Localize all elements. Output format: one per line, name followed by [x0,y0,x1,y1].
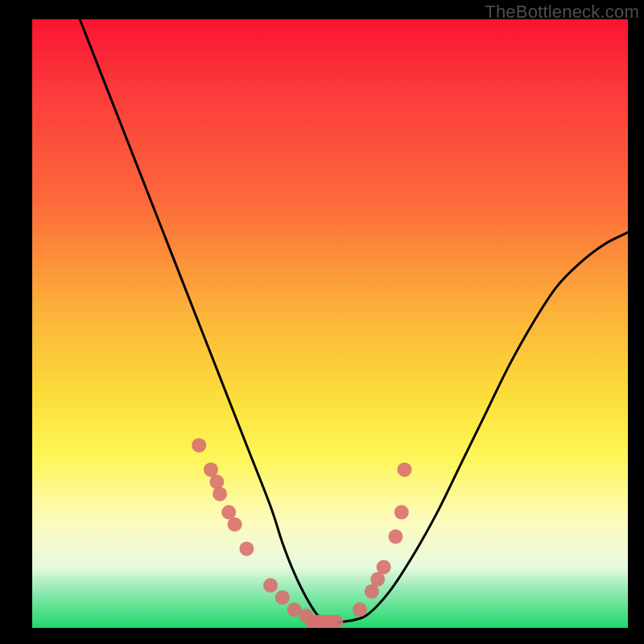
chart-svg [32,19,628,628]
sample-point [275,590,290,605]
sample-point [394,505,409,519]
sample-point [213,487,227,502]
sample-point [263,578,278,592]
sample-point [209,475,224,489]
points-layer [192,438,411,628]
sample-point [228,517,242,531]
curve-layer [80,19,628,622]
sample-point [192,438,206,452]
watermark-text: TheBottleneck.com [485,2,639,23]
sample-point [239,542,254,556]
chart-frame: TheBottleneck.com [0,0,644,644]
sample-point [377,559,391,574]
plot-area [32,19,628,628]
sample-point [353,602,367,617]
sample-point [398,462,412,477]
sample-point [388,530,402,544]
bottleneck-curve-path [80,19,628,622]
